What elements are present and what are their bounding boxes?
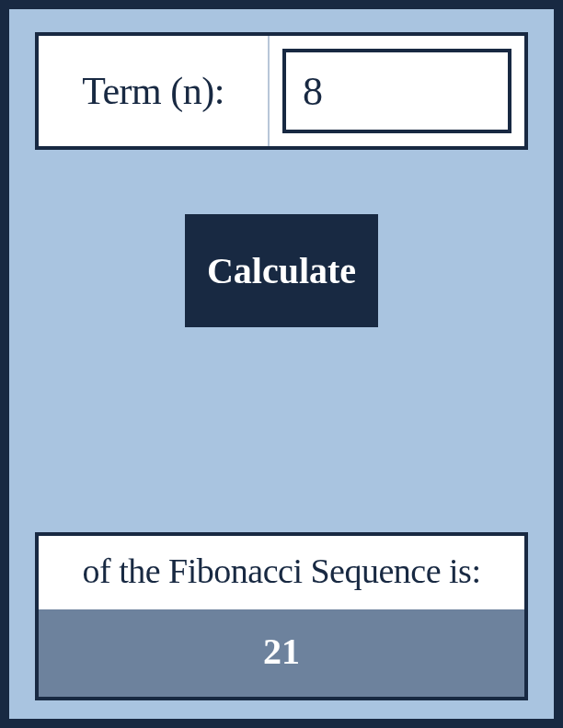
term-input-section: Term (n): bbox=[35, 32, 528, 150]
term-input[interactable] bbox=[282, 49, 511, 133]
result-label: of the Fibonacci Sequence is: bbox=[83, 552, 481, 590]
spacer bbox=[35, 327, 528, 532]
term-input-label-cell: Term (n): bbox=[39, 36, 270, 146]
result-value: 21 bbox=[263, 631, 300, 672]
calculate-button[interactable]: Calculate bbox=[185, 214, 378, 327]
result-value-row: 21 bbox=[39, 609, 524, 697]
result-label-row: of the Fibonacci Sequence is: bbox=[39, 536, 524, 609]
result-section: of the Fibonacci Sequence is: 21 bbox=[35, 532, 528, 700]
term-input-value-cell bbox=[270, 36, 524, 146]
term-input-label: Term (n): bbox=[82, 69, 224, 113]
button-section: Calculate bbox=[35, 214, 528, 327]
